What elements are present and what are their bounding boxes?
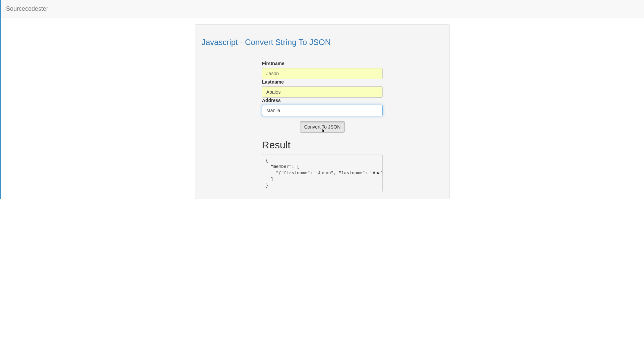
result-output[interactable]: { "member": [ "{"firstname": "Jason", "l…: [262, 154, 383, 192]
lastname-input[interactable]: [262, 86, 383, 98]
result-heading: Result: [262, 139, 383, 151]
firstname-label: Firstname: [262, 61, 284, 66]
address-input[interactable]: [262, 105, 383, 116]
navbar: Sourcecodester: [1, 0, 644, 17]
main-column: Javascript - Convert String To JSON Firs…: [195, 24, 450, 199]
firstname-input[interactable]: [262, 68, 383, 79]
firstname-group: Firstname: [262, 61, 383, 79]
page-title: Javascript - Convert String To JSON: [202, 38, 443, 47]
form-column: Firstname Lastname Address Convert To JS…: [262, 61, 383, 192]
lastname-group: Lastname: [262, 79, 383, 98]
lastname-label: Lastname: [262, 79, 284, 85]
convert-button[interactable]: Convert To JSON: [300, 121, 345, 133]
divider: [202, 54, 443, 54]
address-label: Address: [262, 98, 281, 103]
address-group: Address: [262, 98, 383, 116]
brand-link[interactable]: Sourcecodester: [6, 5, 48, 12]
button-wrap: Convert To JSON: [262, 121, 383, 133]
well-panel: Javascript - Convert String To JSON Firs…: [195, 24, 450, 199]
container: Javascript - Convert String To JSON Firs…: [126, 24, 519, 199]
